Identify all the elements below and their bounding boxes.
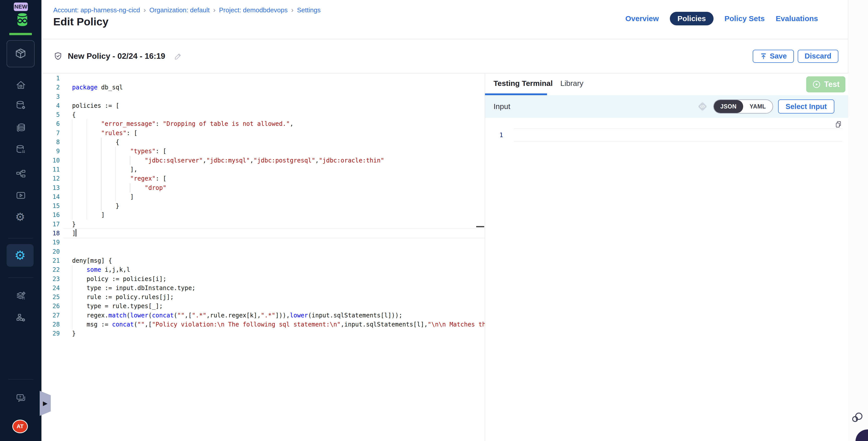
code-line-5[interactable]: 5{	[41, 110, 485, 119]
tab-policy-sets[interactable]: Policy Sets	[724, 14, 765, 23]
code-line-19[interactable]: 19	[41, 238, 485, 247]
format-option-json[interactable]: JSON	[714, 100, 743, 113]
code-line-9[interactable]: 9 "types": [	[41, 147, 485, 156]
testing-panel: Test Testing TerminalLibrary Input JSONY…	[485, 73, 848, 441]
code-line-26[interactable]: 26 type = rule.types[_];	[41, 302, 485, 311]
policy-code-editor[interactable]: 12package db_sql34policies := [5{6 "erro…	[41, 73, 485, 441]
save-button[interactable]: Save	[753, 50, 794, 63]
discard-button[interactable]: Discard	[798, 50, 838, 63]
breadcrumb-link[interactable]: Settings	[297, 6, 321, 14]
code-line-1[interactable]: 1	[41, 74, 485, 83]
upload-arrow-icon	[760, 53, 767, 60]
save-label: Save	[770, 52, 787, 60]
line-number: 1	[485, 132, 503, 138]
harness-dbops-logo-icon[interactable]	[14, 11, 31, 31]
copy-icon[interactable]	[834, 120, 842, 128]
line-number: 7	[41, 129, 60, 138]
chat-bubbles-icon[interactable]	[850, 411, 865, 425]
sidebar-item-project-settings-active[interactable]: ⚙	[6, 244, 34, 267]
code-line-8[interactable]: 8 {	[41, 138, 485, 147]
module-picker-button[interactable]	[6, 40, 35, 67]
sidebar-item-org-structure-settings[interactable]	[0, 312, 41, 323]
code-line-6[interactable]: 6 "error_message": "Dropping of table is…	[41, 119, 485, 128]
select-input-button[interactable]: Select Input	[778, 99, 834, 114]
code-lines: 12package db_sql34policies := [5{6 "erro…	[41, 73, 485, 338]
line-number: 4	[41, 101, 60, 110]
line-content: type := input.dbInstance.type;	[72, 284, 195, 292]
test-button[interactable]: Test	[806, 76, 845, 92]
code-diamond-icon[interactable]	[697, 101, 708, 112]
code-line-15[interactable]: 15 }	[41, 201, 485, 211]
format-toggle: JSONYAML	[713, 99, 773, 114]
panel-tab-library[interactable]: Library	[560, 73, 583, 93]
sidebar-item-home[interactable]	[0, 80, 41, 91]
code-line-24[interactable]: 24 type := input.dbInstance.type;	[41, 284, 485, 292]
line-number: 14	[41, 192, 60, 201]
input-editor[interactable]: 1	[485, 118, 848, 441]
code-line-17[interactable]: 17}	[41, 220, 485, 229]
main-area: Account: app-harness-ng-cicd›Organizatio…	[41, 0, 848, 441]
line-number: 16	[41, 211, 60, 220]
code-line-7[interactable]: 7 "rules": [	[41, 129, 485, 138]
code-line-12[interactable]: 12 "regex": [	[41, 174, 485, 183]
sidebar-item-executions[interactable]	[0, 190, 41, 201]
sidebar-item-pipeline-hierarchy[interactable]	[0, 168, 41, 179]
line-number: 1	[41, 74, 60, 83]
code-line-11[interactable]: 11 ],	[41, 165, 485, 174]
sidebar-item-database-settings[interactable]	[0, 100, 41, 111]
code-line-21[interactable]: 21deny[msg] {	[41, 256, 485, 265]
sidebar-item-gear[interactable]: ⚙	[0, 212, 41, 222]
input-line-field[interactable]	[514, 129, 842, 141]
line-number: 8	[41, 138, 60, 147]
header-tabs: OverviewPoliciesPolicy SetsEvaluations	[625, 12, 818, 25]
home-icon	[15, 80, 26, 91]
line-number: 29	[41, 329, 60, 338]
breadcrumb-link[interactable]: Organization: default	[149, 6, 210, 14]
code-line-29[interactable]: 29}	[41, 329, 485, 338]
edit-pencil-icon[interactable]	[174, 52, 182, 61]
code-line-23[interactable]: 23 policy := policies[i];	[41, 275, 485, 284]
code-line-3[interactable]: 3	[41, 92, 485, 101]
breadcrumb-chevron-icon: ›	[291, 6, 293, 14]
page-header: Account: app-harness-ng-cicd›Organizatio…	[41, 0, 848, 39]
code-line-4[interactable]: 4policies := [	[41, 101, 485, 110]
code-line-10[interactable]: 10 "jdbc:sqlserver","jdbc:mysql","jdbc:p…	[41, 156, 485, 165]
format-option-yaml[interactable]: YAML	[743, 100, 773, 113]
line-number: 25	[41, 292, 60, 302]
tab-policies[interactable]: Policies	[670, 12, 713, 25]
overview-ruler-cursor-mark	[476, 226, 484, 227]
code-line-28[interactable]: 28 msg := concat("",["Policy violation:\…	[41, 320, 485, 329]
tab-overview[interactable]: Overview	[625, 14, 659, 23]
panel-tabs: Test Testing TerminalLibrary	[485, 73, 848, 95]
code-line-14[interactable]: 14 ]	[41, 192, 485, 201]
chevron-right-icon: ▶	[43, 400, 48, 407]
code-line-16[interactable]: 16 ]	[41, 211, 485, 220]
chat-fab[interactable]	[856, 430, 868, 441]
database-stack-icon	[15, 122, 26, 133]
logo-underline	[9, 33, 32, 35]
sidebar-item-layers-settings[interactable]	[0, 290, 41, 302]
tab-evaluations[interactable]: Evaluations	[776, 14, 818, 23]
line-content: }	[72, 329, 75, 338]
breadcrumb-link[interactable]: Project: demodbdevops	[219, 6, 287, 14]
executions-icon	[15, 190, 26, 201]
sidebar-item-database-stack[interactable]	[0, 122, 41, 133]
policy-header-bar: New Policy - 02/24 - 16:19 Save Discard	[41, 39, 848, 73]
code-line-2[interactable]: 2package db_sql	[41, 83, 485, 92]
breadcrumb-link[interactable]: Account: app-harness-ng-cicd	[53, 6, 140, 14]
sidebar-item-database-instances[interactable]	[0, 144, 41, 155]
line-number: 23	[41, 275, 60, 284]
panel-tab-testing-terminal[interactable]: Testing Terminal	[494, 73, 553, 93]
code-line-13[interactable]: 13 "drop"	[41, 183, 485, 192]
code-line-22[interactable]: 22 some i,j,k,l	[41, 265, 485, 274]
user-avatar[interactable]: AT	[12, 420, 28, 433]
code-line-27[interactable]: 27 regex.match(lower(concat("",[".*",rul…	[41, 311, 485, 320]
code-line-20[interactable]: 20	[41, 247, 485, 256]
input-line-1[interactable]: 1	[485, 129, 848, 141]
sidebar-item-help[interactable]: ?	[0, 392, 41, 404]
code-line-25[interactable]: 25 rule := policy.rules[j];	[41, 292, 485, 302]
code-line-18[interactable]: 18]	[41, 229, 485, 238]
text-cursor	[75, 229, 76, 237]
play-circle-icon	[812, 80, 821, 89]
database-settings-icon	[15, 100, 26, 111]
